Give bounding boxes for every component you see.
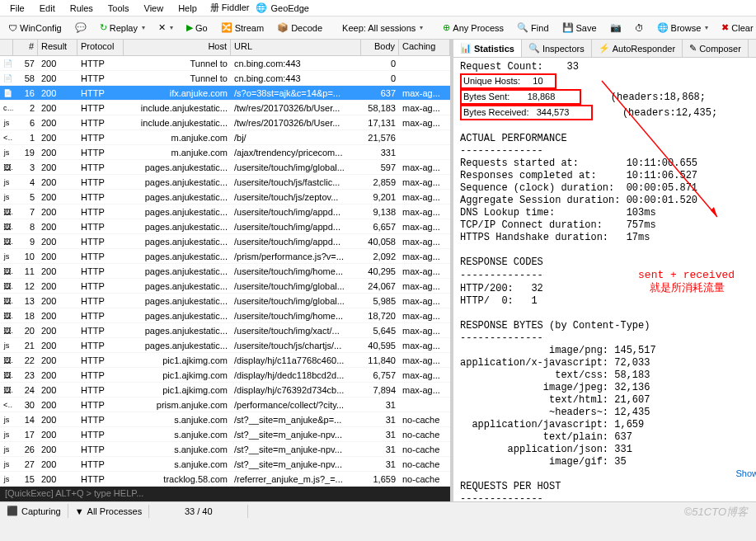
row-icon: 🖼: [0, 312, 13, 320]
session-row[interactable]: js26200HTTPs.anjuke.com/st?__site=m_anju…: [0, 442, 450, 457]
winconfig-button[interactable]: 🛡WinConfig: [3, 21, 67, 35]
statistics-text[interactable]: Request Count: 33 Unique Hosts: 10 Bytes…: [453, 58, 756, 501]
session-row[interactable]: js6200HTTPinclude.anjukestatic.../tw/res…: [0, 115, 450, 130]
session-row[interactable]: js27200HTTPs.anjuke.com/st?__site=m_anju…: [0, 457, 450, 472]
browse-button[interactable]: 🌐Browse: [652, 20, 714, 35]
timer-button[interactable]: ⏱: [630, 21, 649, 35]
session-row[interactable]: 📄57200HTTPTunnel tocn.bing.com:4430: [0, 56, 450, 71]
grid-body[interactable]: 📄57200HTTPTunnel tocn.bing.com:4430📄5820…: [0, 56, 450, 487]
session-row[interactable]: 🖼7200HTTPpages.anjukestatic.../usersite/…: [0, 205, 450, 219]
grid-header: # Result Protocol Host URL Body Caching: [0, 40, 450, 56]
row-result: 200: [38, 341, 77, 350]
replay-icon: ↻: [100, 22, 107, 33]
session-row[interactable]: 📄16200HTTPifx.anjuke.com/s?o=38st=ajk&c=…: [0, 86, 450, 101]
find-button[interactable]: 🔍Find: [512, 20, 553, 35]
row-host: tracklog.58.com: [124, 474, 231, 484]
session-row[interactable]: 🖼3200HTTPpages.anjukestatic.../usersite/…: [0, 160, 450, 175]
menu-edit[interactable]: Edit: [33, 2, 62, 15]
session-row[interactable]: 🖼11200HTTPpages.anjukestatic.../usersite…: [0, 264, 450, 279]
session-row[interactable]: 🖼12200HTTPpages.anjukestatic.../usersite…: [0, 279, 450, 294]
session-row[interactable]: 📄58200HTTPTunnel tocn.bing.com:4430: [0, 71, 450, 86]
row-num: 6: [13, 118, 38, 128]
row-protocol: HTTP: [77, 370, 124, 380]
go-button[interactable]: ▶Go: [181, 20, 213, 35]
row-body: 7,894: [361, 385, 399, 395]
col-host[interactable]: Host: [124, 40, 231, 55]
session-row[interactable]: js15200HTTPtracklog.58.com/referrer_anju…: [0, 472, 450, 487]
tab-composer[interactable]: ✎Composer: [683, 40, 749, 57]
row-body: 2,859: [361, 177, 399, 187]
session-row[interactable]: <>1200HTTPm.anjuke.com/bj/21,576: [0, 130, 450, 145]
tab-autoresponder[interactable]: ⚡AutoResponder: [592, 40, 683, 57]
quickexec[interactable]: [QuickExec] ALT+Q > type HELP...: [0, 487, 450, 501]
session-row[interactable]: js5200HTTPpages.anjukestatic.../usersite…: [0, 190, 450, 205]
session-row[interactable]: js14200HTTPs.anjuke.com/st?__site=m_anju…: [0, 412, 450, 427]
row-host: pages.anjukestatic...: [124, 296, 231, 306]
session-row[interactable]: js17200HTTPs.anjuke.com/st?__site=m_anju…: [0, 427, 450, 442]
row-body: 637: [361, 88, 399, 98]
session-row[interactable]: 🖼24200HTTPpic1.ajkimg.com/display/hj/c76…: [0, 383, 450, 398]
replay-button[interactable]: ↻Replay: [95, 20, 150, 35]
session-row[interactable]: 🖼20200HTTPpages.anjukestatic.../usersite…: [0, 323, 450, 338]
status-capturing[interactable]: ⬛Capturing: [0, 504, 68, 518]
row-body: 2,092: [361, 252, 399, 261]
menu-rules[interactable]: Rules: [63, 2, 100, 15]
session-row[interactable]: js19200HTTPm.anjuke.com/ajax/trendency/p…: [0, 145, 450, 160]
row-cache: max-ag...: [399, 355, 450, 365]
col-num[interactable]: #: [13, 40, 38, 55]
session-row[interactable]: js10200HTTPpages.anjukestatic.../prism/p…: [0, 249, 450, 264]
comment-button[interactable]: 💬: [70, 20, 92, 35]
menu-fiddler[interactable]: 册 Fiddler: [210, 2, 250, 14]
session-row[interactable]: 🖼18200HTTPpages.anjukestatic.../usersite…: [0, 308, 450, 323]
session-row[interactable]: 🖼9200HTTPpages.anjukestatic.../usersite/…: [0, 234, 450, 249]
menu-view[interactable]: View: [138, 2, 171, 15]
menu-tools[interactable]: Tools: [101, 2, 136, 15]
row-url: /bj/: [231, 133, 361, 143]
session-row[interactable]: js21200HTTPpages.anjukestatic.../usersit…: [0, 338, 450, 353]
row-result: 200: [38, 459, 77, 469]
session-row[interactable]: js4200HTTPpages.anjukestatic.../usersite…: [0, 175, 450, 190]
session-row[interactable]: 🖼8200HTTPpages.anjukestatic.../usersite/…: [0, 219, 450, 234]
row-num: 1: [13, 133, 38, 143]
menu-help[interactable]: Help: [171, 2, 204, 15]
show-link[interactable]: Show: [736, 468, 756, 478]
status-processes[interactable]: ▼All Processes: [68, 505, 150, 518]
menu-file[interactable]: File: [3, 2, 31, 15]
row-protocol: HTTP: [77, 162, 124, 172]
any-process-button[interactable]: ⊕Any Process: [438, 20, 509, 35]
session-row[interactable]: css2200HTTPinclude.anjukestatic.../tw/re…: [0, 101, 450, 115]
col-url[interactable]: URL: [231, 40, 361, 55]
save-button[interactable]: 💾Save: [557, 20, 602, 35]
menu-geoedge[interactable]: 🌐GeoEdge: [256, 2, 308, 13]
decode-button[interactable]: 📦Decode: [272, 20, 327, 35]
clear-button[interactable]: ✖Clear: [716, 20, 756, 35]
stream-button[interactable]: 🔀Stream: [216, 20, 269, 35]
comment-icon: 💬: [75, 22, 87, 33]
row-host: s.anjuke.com: [124, 445, 231, 454]
row-body: 31: [361, 415, 399, 425]
session-row[interactable]: 🖼22200HTTPpic1.ajkimg.com/display/hj/c11…: [0, 353, 450, 368]
row-protocol: HTTP: [77, 445, 124, 454]
keep-sessions-button[interactable]: Keep: All sessions: [337, 21, 428, 35]
session-row[interactable]: 🖼23200HTTPpic1.ajkimg.com/display/hj/ded…: [0, 368, 450, 383]
session-row[interactable]: <>30200HTTPprism.anjuke.com/performance/…: [0, 398, 450, 412]
browser-icon: 🌐: [657, 22, 669, 33]
row-num: 57: [13, 59, 38, 68]
row-num: 20: [13, 326, 38, 336]
row-host: pages.anjukestatic...: [124, 266, 231, 276]
col-protocol[interactable]: Protocol: [77, 40, 124, 55]
tab-statistics[interactable]: 📊Statistics: [453, 40, 522, 57]
row-result: 200: [38, 252, 77, 261]
camera-button[interactable]: 📷: [605, 20, 627, 35]
remove-button[interactable]: ✕: [153, 20, 178, 35]
row-icon: 🖼: [0, 267, 13, 275]
tab-inspectors[interactable]: 🔍Inspectors: [522, 40, 592, 57]
col-caching[interactable]: Caching: [399, 40, 450, 55]
row-url: /usersite/touch/img/global...: [231, 162, 361, 172]
row-protocol: HTTP: [77, 311, 124, 321]
col-result[interactable]: Result: [38, 40, 77, 55]
row-result: 200: [38, 162, 77, 172]
col-body[interactable]: Body: [361, 40, 399, 55]
row-url: /usersite/touch/img/appd...: [231, 237, 361, 247]
session-row[interactable]: 🖼13200HTTPpages.anjukestatic.../usersite…: [0, 294, 450, 308]
